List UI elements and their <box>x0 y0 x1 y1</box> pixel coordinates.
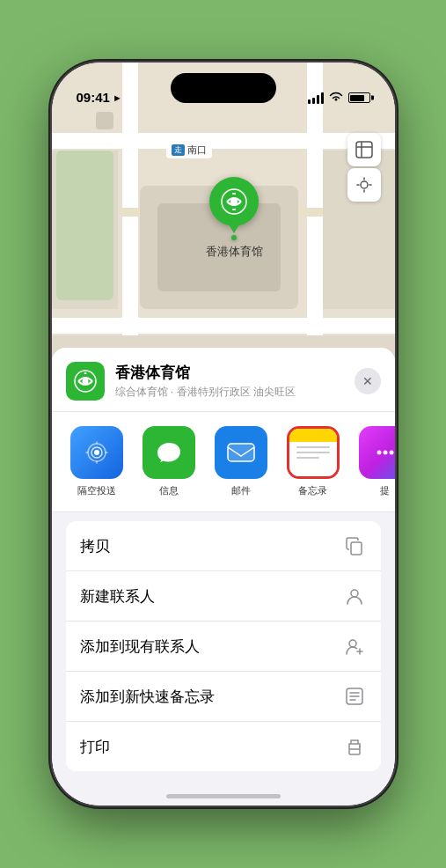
dynamic-island <box>171 73 276 103</box>
person-add-icon <box>342 634 367 658</box>
notes-icon <box>287 426 340 479</box>
notes-label: 备忘录 <box>298 484 327 497</box>
pin-dot <box>231 235 237 240</box>
svg-point-16 <box>389 451 393 455</box>
menu-item-print-label: 打印 <box>80 737 110 757</box>
share-action-messages[interactable]: 信息 <box>138 426 200 497</box>
svg-rect-17 <box>351 542 362 555</box>
status-icons <box>308 91 370 105</box>
share-action-more[interactable]: 提 <box>355 426 395 497</box>
person-icon <box>342 584 367 608</box>
venue-description: 综合体育馆 · 香港特别行政区 油尖旺区 <box>115 385 344 400</box>
pin-label-text: 香港体育馆 <box>206 244 263 260</box>
share-action-notes[interactable]: 备忘录 <box>282 426 344 497</box>
airdrop-icon <box>70 426 123 479</box>
map-controls <box>347 133 381 202</box>
svg-point-15 <box>383 451 387 455</box>
svg-point-7 <box>82 379 88 385</box>
map-entrance-label: 走 南口 <box>166 142 212 158</box>
signal-bars-icon <box>308 92 324 104</box>
svg-point-14 <box>377 451 381 455</box>
svg-rect-12 <box>228 444 254 461</box>
svg-rect-2 <box>232 193 236 195</box>
sheet-header: 香港体育馆 综合体育馆 · 香港特别行政区 油尖旺区 ✕ <box>52 348 395 412</box>
map-badge: 走 <box>172 144 185 156</box>
menu-item-add-contact-label: 添加到现有联系人 <box>80 636 200 657</box>
messages-label: 信息 <box>159 484 179 497</box>
menu-item-quick-note-label: 添加到新快速备忘录 <box>80 687 215 707</box>
menu-item-new-contact[interactable]: 新建联系人 <box>66 571 381 622</box>
sheet-content: 拷贝 新建联系人 <box>52 521 395 771</box>
share-action-mail[interactable]: 邮件 <box>210 426 272 497</box>
menu-list: 拷贝 新建联系人 <box>66 521 381 771</box>
menu-item-print[interactable]: 打印 <box>66 722 381 771</box>
status-time: 09:41 ► <box>77 90 122 105</box>
messages-icon <box>143 426 195 479</box>
location-button[interactable] <box>347 168 381 202</box>
svg-point-11 <box>94 450 99 455</box>
mail-label: 邮件 <box>231 484 251 497</box>
map-type-button[interactable] <box>347 133 381 166</box>
venue-icon <box>66 362 105 401</box>
location-arrow-icon: ► <box>113 92 122 103</box>
bottom-sheet: 香港体育馆 综合体育馆 · 香港特别行政区 油尖旺区 ✕ <box>52 348 395 805</box>
location-pin[interactable]: 香港体育馆 <box>206 177 263 260</box>
copy-icon <box>342 533 367 558</box>
share-action-airdrop[interactable]: 隔空投送 <box>66 426 128 497</box>
note-icon <box>342 684 367 709</box>
menu-item-quick-note[interactable]: 添加到新快速备忘录 <box>66 672 381 722</box>
venue-name: 香港体育馆 <box>115 363 344 383</box>
svg-point-5 <box>361 181 368 188</box>
svg-rect-21 <box>349 749 360 754</box>
time-text: 09:41 <box>77 90 110 105</box>
venue-info: 香港体育馆 综合体育馆 · 香港特别行政区 油尖旺区 <box>115 363 344 400</box>
svg-point-1 <box>230 198 238 205</box>
pin-icon <box>209 177 259 226</box>
menu-item-copy-label: 拷贝 <box>80 536 110 556</box>
more-icon <box>359 426 395 479</box>
menu-item-copy[interactable]: 拷贝 <box>66 521 381 571</box>
svg-rect-3 <box>232 209 236 210</box>
share-actions-row: 隔空投送 信息 <box>52 412 395 512</box>
map-label-text: 南口 <box>187 143 207 157</box>
airdrop-label: 隔空投送 <box>77 484 116 497</box>
svg-point-19 <box>349 640 356 647</box>
close-button[interactable]: ✕ <box>355 368 381 394</box>
printer-icon <box>342 734 367 759</box>
svg-point-22 <box>359 746 361 747</box>
svg-rect-4 <box>356 142 372 158</box>
svg-rect-8 <box>84 372 86 374</box>
wifi-icon <box>329 91 343 105</box>
battery-icon <box>348 92 370 103</box>
menu-item-new-contact-label: 新建联系人 <box>80 586 155 607</box>
menu-item-add-contact[interactable]: 添加到现有联系人 <box>66 622 381 672</box>
svg-point-18 <box>351 590 358 597</box>
mail-icon <box>215 426 267 479</box>
home-indicator <box>166 794 281 798</box>
more-label: 提 <box>380 484 390 497</box>
